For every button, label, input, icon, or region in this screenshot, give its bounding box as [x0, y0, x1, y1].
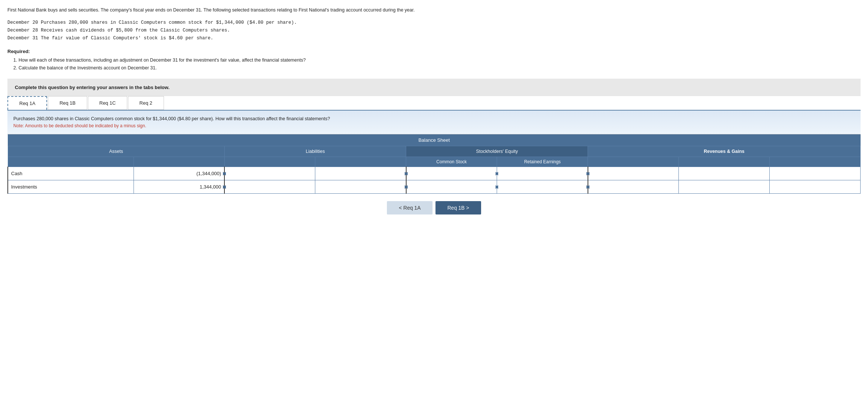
- inv-liab-arrow-left: [223, 185, 226, 189]
- next-button[interactable]: Req 1B >: [435, 201, 481, 214]
- revenues-gains-header: Revenues & Gains: [588, 146, 861, 157]
- cash-liab-arrow-left: [223, 172, 226, 176]
- investments-assets-value: 1,344,000: [200, 184, 221, 190]
- investments-label: Investments: [11, 184, 37, 190]
- table-row-investments: Investments 1,344,000: [8, 180, 861, 194]
- required-section: Required: How will each of these transac…: [7, 49, 861, 72]
- complete-box-text: Complete this question by entering your …: [15, 85, 170, 90]
- cash-rev1-cell[interactable]: [588, 167, 679, 180]
- balance-sheet-table: Balance Sheet Assets Liabilities Stockho…: [7, 134, 861, 194]
- req-info-box: Purchases 280,000 shares in Classic Comp…: [7, 111, 861, 134]
- assets-label-spacer: [8, 157, 134, 167]
- rev-spacer2: [679, 157, 770, 167]
- inv-rev1-cell[interactable]: [588, 180, 679, 194]
- required-list: How will each of these transactions, inc…: [7, 56, 861, 72]
- liabilities-label-spacer: [224, 157, 315, 167]
- balance-sheet-header-row: Balance Sheet: [8, 134, 861, 146]
- cash-label: Cash: [11, 171, 22, 176]
- cash-common-stock-cell[interactable]: [406, 167, 497, 180]
- required-item-2: Calculate the balance of the Investments…: [19, 64, 861, 72]
- required-item-1: How will each of these transactions, inc…: [19, 56, 861, 64]
- inv-liabilities-label-cell[interactable]: [224, 180, 315, 194]
- cash-liabilities-label-cell[interactable]: [224, 167, 315, 180]
- cash-liabilities-value-cell[interactable]: [315, 167, 406, 180]
- inv-retained-earnings-cell[interactable]: [497, 180, 588, 194]
- inv-rev3-cell[interactable]: [770, 180, 861, 194]
- balance-sheet-subheader: Assets Liabilities Stockholders' Equity …: [8, 146, 861, 157]
- required-label: Required:: [7, 49, 861, 54]
- tab-req1c[interactable]: Req 1C: [88, 96, 127, 110]
- transaction-line-3: December 31 The fair value of Classic Co…: [7, 35, 861, 42]
- cash-label-cell: Cash: [8, 167, 134, 180]
- balance-sheet-col-headers: Common Stock Retained Earnings: [8, 157, 861, 167]
- inv-liabilities-value-cell[interactable]: [315, 180, 406, 194]
- req-info-note: Note: Amounts to be deducted should be i…: [13, 122, 855, 130]
- cash-cs-arrow-left: [405, 172, 408, 176]
- balance-sheet-section: Balance Sheet Assets Liabilities Stockho…: [7, 134, 861, 194]
- balance-sheet-title: Balance Sheet: [8, 134, 861, 146]
- inv-re-arrow-left: [496, 185, 498, 189]
- cash-retained-earnings-cell[interactable]: [497, 167, 588, 180]
- inv-rev2-cell[interactable]: [679, 180, 770, 194]
- transaction-line-2: December 28 Receives cash dividends of $…: [7, 27, 861, 35]
- rev-spacer1: [588, 157, 679, 167]
- common-stock-col-header: Common Stock: [406, 157, 497, 167]
- transaction-line-1: December 20 Purchases 280,000 shares in …: [7, 19, 861, 27]
- inv-common-stock-cell[interactable]: [406, 180, 497, 194]
- prev-button[interactable]: < Req 1A: [387, 201, 433, 214]
- liabilities-value-spacer: [315, 157, 406, 167]
- retained-earnings-col-header: Retained Earnings: [497, 157, 588, 167]
- transactions-block: December 20 Purchases 280,000 shares in …: [7, 19, 861, 43]
- cash-rev3-cell[interactable]: [770, 167, 861, 180]
- cash-rev2-cell[interactable]: [679, 167, 770, 180]
- assets-header: Assets: [8, 146, 224, 157]
- liabilities-header: Liabilities: [224, 146, 406, 157]
- inv-rev1-arrow-left: [587, 185, 589, 189]
- tabs-container: Req 1A Req 1B Req 1C Req 2: [7, 96, 861, 111]
- complete-box: Complete this question by entering your …: [7, 79, 861, 96]
- investments-label-cell: Investments: [8, 180, 134, 194]
- cash-re-arrow-left: [496, 172, 498, 176]
- req-info-main: Purchases 280,000 shares in Classic Comp…: [13, 115, 855, 122]
- tab-req2[interactable]: Req 2: [128, 96, 164, 110]
- nav-buttons: < Req 1A Req 1B >: [7, 201, 861, 214]
- table-row-cash: Cash (1,344,000): [8, 167, 861, 180]
- cash-assets-value-cell[interactable]: (1,344,000): [134, 167, 224, 180]
- assets-value-spacer: [134, 157, 224, 167]
- tab-req1b[interactable]: Req 1B: [48, 96, 87, 110]
- investments-assets-value-cell[interactable]: 1,344,000: [134, 180, 224, 194]
- stockholders-equity-header: Stockholders' Equity: [406, 146, 588, 157]
- cash-assets-value: (1,344,000): [197, 171, 221, 176]
- rev-spacer3: [770, 157, 861, 167]
- tab-req1a[interactable]: Req 1A: [7, 96, 47, 110]
- cash-rev1-arrow-left: [587, 172, 589, 176]
- intro-paragraph: First National Bank buys and sells secur…: [7, 7, 861, 14]
- inv-cs-arrow-left: [405, 185, 408, 189]
